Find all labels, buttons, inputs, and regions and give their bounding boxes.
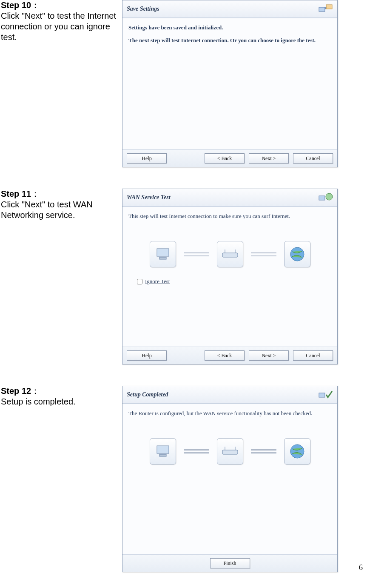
step-10-block: Step 10： Click "Next" to test the Intern… [0, 0, 367, 167]
step-11-label: Step 11 [1, 189, 31, 198]
page-number: 6 [359, 563, 363, 572]
pc-icon [150, 438, 176, 465]
network-setup-icon [319, 3, 333, 15]
step-12-block: Step 12： Setup is completed. Setup Compl… [0, 386, 367, 572]
dialog-save-settings: Save Settings Settings have been saved a… [122, 0, 338, 167]
svg-rect-11 [157, 446, 169, 453]
ignore-test-option[interactable]: Ignore Test [137, 278, 331, 285]
dialog-wan-test: WAN Service Test This step will test Int… [122, 189, 338, 364]
body-line-1: The Router is configured, but the WAN se… [128, 410, 331, 417]
step-10-desc: Click "Next" to test the Internet connec… [1, 11, 116, 42]
cancel-button[interactable]: Cancel [293, 350, 333, 361]
dialog-title: Save Settings [127, 6, 159, 12]
back-button[interactable]: < Back [205, 153, 245, 163]
svg-rect-12 [159, 454, 166, 456]
step-12-label: Step 12 [1, 386, 31, 396]
ignore-test-checkbox[interactable] [137, 279, 142, 284]
help-button[interactable]: Help [127, 350, 167, 361]
dialog-footer: Help < Back Next > Cancel [122, 150, 337, 167]
svg-point-3 [326, 193, 333, 200]
dialog-body: Settings have been saved and initialized… [122, 18, 337, 150]
step-11-text: Step 11： Click "Next" to test WAN Networ… [1, 189, 122, 221]
dialog-title: WAN Service Test [127, 194, 171, 201]
dialog-titlebar: WAN Service Test [122, 189, 337, 207]
cancel-button[interactable]: Cancel [293, 153, 333, 163]
step-12-colon: ： [31, 386, 40, 396]
back-button[interactable]: < Back [205, 350, 245, 361]
dialog-footer: Help < Back Next > Cancel [122, 347, 337, 364]
dialog-body: This step will test Internet connection … [122, 207, 337, 347]
dialog-titlebar: Save Settings [122, 0, 337, 18]
dialog-titlebar: Setup Completed [122, 386, 337, 404]
globe-icon [284, 241, 310, 267]
step-11-block: Step 11： Click "Next" to test WAN Networ… [0, 189, 367, 364]
step-10-text: Step 10： Click "Next" to test the Intern… [1, 0, 122, 43]
svg-rect-5 [159, 257, 166, 259]
connection-line-icon [184, 449, 209, 453]
router-icon [217, 438, 243, 465]
globe-icon [284, 438, 310, 465]
connection-line-icon [251, 449, 276, 453]
network-test-icon [319, 192, 333, 204]
ignore-test-label: Ignore Test [145, 278, 170, 285]
step-11-desc: Click "Next" to test WAN Networking serv… [1, 200, 93, 220]
svg-rect-4 [157, 249, 169, 256]
svg-rect-0 [319, 7, 325, 11]
setup-complete-icon [319, 389, 333, 401]
router-icon [217, 241, 243, 267]
svg-rect-2 [319, 196, 325, 200]
next-button[interactable]: Next > [249, 153, 289, 163]
body-line-1: Settings have been saved and initialized… [128, 24, 331, 31]
svg-point-9 [290, 247, 304, 261]
svg-rect-1 [326, 5, 332, 9]
body-line-2: The next step will test Internet connect… [128, 37, 331, 44]
svg-rect-13 [222, 450, 238, 454]
svg-rect-10 [319, 393, 325, 397]
help-button[interactable]: Help [127, 153, 167, 163]
dialog-title: Setup Completed [127, 391, 168, 398]
dialog-body: The Router is configured, but the WAN se… [122, 404, 337, 555]
dialog-footer: Finish [122, 555, 337, 572]
step-10-label: Step 10 [1, 0, 31, 10]
step-10-colon: ： [31, 0, 40, 10]
body-line-1: This step will test Internet connection … [128, 213, 331, 220]
step-11-colon: ： [31, 189, 40, 198]
step-12-text: Step 12： Setup is completed. [1, 386, 122, 407]
svg-point-16 [290, 445, 304, 458]
svg-rect-6 [222, 253, 238, 257]
step-12-desc: Setup is completed. [1, 397, 76, 406]
network-diagram [128, 241, 331, 267]
dialog-setup-completed: Setup Completed The Router is configured… [122, 386, 338, 572]
connection-line-icon [184, 252, 209, 256]
connection-line-icon [251, 252, 276, 256]
network-diagram [128, 438, 331, 465]
next-button[interactable]: Next > [249, 350, 289, 361]
pc-icon [150, 241, 176, 267]
finish-button[interactable]: Finish [210, 558, 250, 568]
